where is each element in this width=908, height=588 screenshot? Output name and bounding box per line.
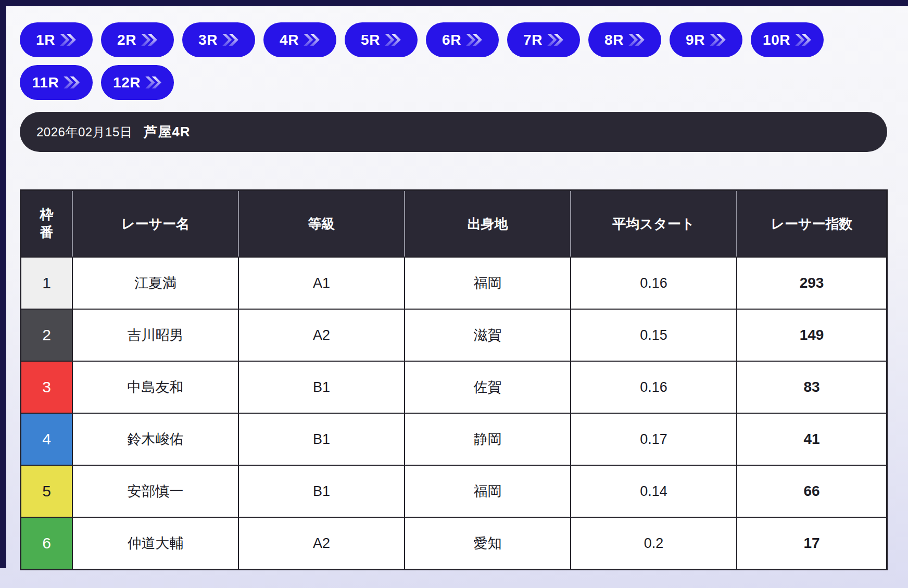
race-button-6r[interactable]: 6R [426,22,499,57]
racer-index-cell: 83 [736,361,886,413]
double-chevron-right-icon [60,34,77,46]
race-button-label: 3R [198,32,218,48]
double-chevron-right-icon [628,34,645,46]
race-button-9r[interactable]: 9R [670,22,742,57]
grade-cell: A2 [238,309,404,361]
race-button-label: 1R [36,32,55,48]
grade-cell: B1 [238,465,404,517]
grade-cell: B1 [238,413,404,465]
race-button-12r[interactable]: 12R [101,65,174,100]
racer-name-cell: 中島友和 [72,361,238,413]
frame-number-cell: 4 [21,413,72,465]
race-button-label: 4R [280,32,299,48]
race-button-5r[interactable]: 5R [345,22,418,57]
column-header-label: 枠番 [39,206,55,241]
racer-name-cell: 仲道大輔 [72,517,238,569]
double-chevron-right-icon [304,34,320,46]
avg-start-cell: 0.15 [570,309,736,361]
frame-number-cell: 2 [21,309,72,361]
race-button-7r[interactable]: 7R [507,22,580,57]
racer-name-cell: 江夏満 [72,257,238,309]
double-chevron-right-icon [385,34,401,46]
origin-cell: 福岡 [404,257,570,309]
race-button-10r[interactable]: 10R [751,22,824,57]
frame-number-cell: 3 [21,361,72,413]
race-button-11r[interactable]: 11R [20,65,93,100]
frame-number-cell: 5 [21,465,72,517]
origin-cell: 滋賀 [404,309,570,361]
column-header-frame: 枠番 [21,191,72,257]
frame-number-cell: 6 [21,517,72,569]
avg-start-cell: 0.17 [570,413,736,465]
racer-index-cell: 149 [736,309,886,361]
racer-index-cell: 17 [736,517,886,569]
grade-cell: A2 [238,517,404,569]
double-chevron-right-icon [795,34,812,46]
race-button-label: 6R [442,32,461,48]
column-header-grade: 等級 [238,191,404,257]
racer-index-cell: 41 [736,413,886,465]
race-button-label: 12R [113,74,141,91]
grade-cell: A1 [238,257,404,309]
column-header-avg-start: 平均スタート [570,191,736,257]
race-header-bar: 2026年02月15日 芦屋4R [20,112,887,152]
double-chevron-right-icon [710,34,726,46]
racer-name-cell: 吉川昭男 [72,309,238,361]
left-frame-bar [0,0,6,568]
page-content: 1R 2R 3R 4R 5R 6R 7R 8R [20,22,888,570]
double-chevron-right-icon [145,76,162,88]
column-header-origin: 出身地 [404,191,570,257]
frame-number-cell: 1 [21,257,72,309]
race-button-label: 9R [686,32,705,48]
race-button-4r[interactable]: 4R [263,22,336,57]
race-button-2r[interactable]: 2R [101,22,174,57]
race-button-label: 2R [117,32,136,48]
avg-start-cell: 0.14 [570,465,736,517]
grade-cell: B1 [238,361,404,413]
race-nav: 1R 2R 3R 4R 5R 6R 7R 8R [20,22,888,100]
race-button-label: 10R [763,32,790,48]
origin-cell: 愛知 [404,517,570,569]
double-chevron-right-icon [64,76,80,88]
race-button-label: 7R [523,32,543,48]
race-date: 2026年02月15日 [36,124,132,140]
race-button-label: 11R [32,74,59,91]
origin-cell: 静岡 [404,413,570,465]
race-button-3r[interactable]: 3R [182,22,255,57]
column-header-index: レーサー指数 [736,191,886,257]
race-button-label: 5R [361,32,380,48]
origin-cell: 佐賀 [404,361,570,413]
racer-name-cell: 安部慎一 [72,465,238,517]
avg-start-cell: 0.16 [570,257,736,309]
racer-name-cell: 鈴木峻佑 [72,413,238,465]
double-chevron-right-icon [547,34,564,46]
double-chevron-right-icon [222,34,239,46]
top-frame-bar [0,0,908,6]
race-button-1r[interactable]: 1R [20,22,93,57]
avg-start-cell: 0.16 [570,361,736,413]
racer-table: 枠番 レーサー名 等級 出身地 平均スタート レーサー指数 1 江夏満 A1 福… [20,189,888,570]
column-header-racer: レーサー名 [72,191,238,257]
double-chevron-right-icon [466,34,483,46]
avg-start-cell: 0.2 [570,517,736,569]
race-button-8r[interactable]: 8R [588,22,661,57]
race-name-title: 芦屋4R [144,123,190,141]
double-chevron-right-icon [141,34,158,46]
origin-cell: 福岡 [404,465,570,517]
racer-index-cell: 66 [736,465,886,517]
race-button-label: 8R [604,32,624,48]
racer-index-cell: 293 [736,257,886,309]
